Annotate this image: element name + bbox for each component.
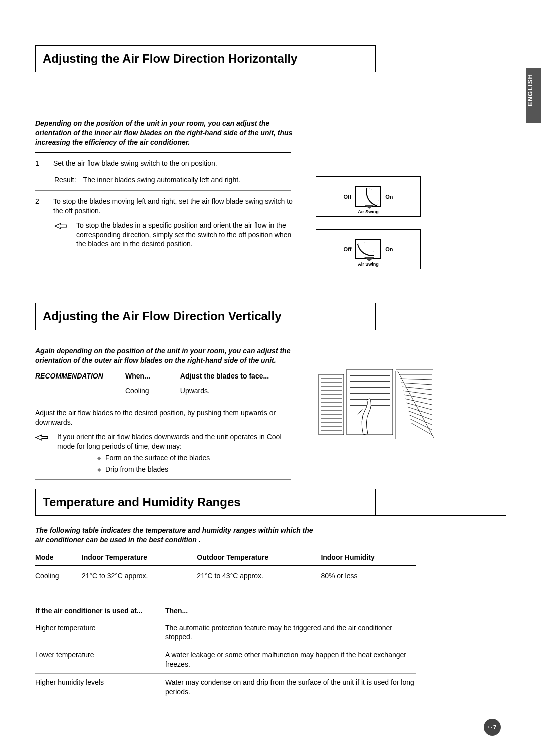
note-text: If you orient the air flow blades downwa… xyxy=(57,432,301,474)
td-indoor-humidity: 80% or less xyxy=(321,565,416,589)
svg-line-26 xyxy=(400,379,432,380)
intro-vertical: Again depending on the position of the u… xyxy=(35,346,301,365)
svg-line-30 xyxy=(404,395,432,400)
switch-off-label: Off xyxy=(343,193,351,201)
diamond-bullet-icon: ◆ xyxy=(97,455,101,463)
switch-on-label: On xyxy=(385,246,393,253)
diamond-bullet-icon: ◆ xyxy=(97,466,101,474)
divider xyxy=(35,515,506,516)
language-tab: ENGLISH xyxy=(526,68,541,123)
rec-adjust: Upwards. xyxy=(180,383,299,399)
divider xyxy=(35,72,506,72)
th-outdoor-temp: Outdoor Temperature xyxy=(197,550,321,565)
title-vertical: Adjusting the Air Flow Direction Vertica… xyxy=(35,303,376,330)
svg-line-28 xyxy=(402,387,432,390)
th-when: When... xyxy=(125,371,180,383)
cond-cell: The automatic protection feature may be … xyxy=(165,619,416,646)
note-text: To stop the blades in a specific positio… xyxy=(76,221,301,249)
cond-cell: Lower temperature xyxy=(35,646,165,674)
page-num: 7 xyxy=(493,724,496,731)
section-heading-horizontal: Adjusting the Air Flow Direction Horizon… xyxy=(35,45,506,72)
page-number-badge: E-7 xyxy=(484,719,501,736)
svg-line-31 xyxy=(405,399,432,405)
td-indoor-temp: 21°C to 32°C approx. xyxy=(82,565,197,589)
switch-on-label: On xyxy=(385,193,393,201)
intro-temp: The following table indicates the temper… xyxy=(35,526,316,545)
note-arrow-icon xyxy=(54,222,67,229)
th-mode: Mode xyxy=(35,550,82,565)
cond-cell: Higher temperature xyxy=(35,619,165,646)
divider xyxy=(35,152,291,153)
svg-line-27 xyxy=(401,383,432,385)
cond-cell: Water may condense on and drip from the … xyxy=(165,674,416,701)
step-text: Set the air flow blade swing switch to t… xyxy=(53,159,301,168)
td-mode: Cooling xyxy=(35,565,82,589)
air-swing-diagram-off: Off On Air Swing xyxy=(316,229,421,269)
rec-when: Cooling xyxy=(125,383,180,399)
section-heading-vertical: Adjusting the Air Flow Direction Vertica… xyxy=(35,303,506,330)
step-number: 2 xyxy=(35,197,42,216)
air-swing-label: Air Swing xyxy=(358,209,379,215)
td-outdoor-temp: 21°C to 43°C approx. xyxy=(197,565,321,589)
svg-line-35 xyxy=(409,415,432,425)
air-swing-diagram-on: Off On Air Swing xyxy=(316,176,421,217)
switch-off-label: Off xyxy=(343,246,351,253)
result-label: Result: xyxy=(54,175,76,185)
divider xyxy=(35,190,291,191)
step-number: 1 xyxy=(35,159,42,168)
th-then: Then... xyxy=(165,603,416,619)
blade-adjust-diagram xyxy=(316,364,436,445)
title-horizontal: Adjusting the Air Flow Direction Horizon… xyxy=(35,45,376,72)
cond-cell: Higher humidity levels xyxy=(35,674,165,701)
title-temp: Temperature and Humidity Ranges xyxy=(35,489,376,516)
cond-cell: A water leakage or some other malfunctio… xyxy=(165,646,416,674)
adjust-text: Adjust the air flow blades to the desire… xyxy=(35,408,301,427)
switch-icon xyxy=(355,239,381,259)
air-swing-label: Air Swing xyxy=(358,261,379,267)
divider xyxy=(35,479,291,480)
divider xyxy=(35,401,291,401)
switch-icon xyxy=(355,186,381,207)
th-condition: If the air conditioner is used at... xyxy=(35,603,165,619)
recommendation-label: RECOMMENDATION xyxy=(35,371,115,399)
th-indoor-humidity: Indoor Humidity xyxy=(321,550,416,565)
result-text: The inner blades swing automatically lef… xyxy=(83,175,240,185)
th-adjust: Adjust the blades to face... xyxy=(180,371,299,383)
sub-bullet: Drip from the blades xyxy=(105,465,168,474)
step-text: To stop the blades moving left and right… xyxy=(53,197,301,216)
divider xyxy=(35,598,416,598)
svg-rect-0 xyxy=(319,374,344,435)
section-heading-temp: Temperature and Humidity Ranges xyxy=(35,489,506,516)
page-prefix: E- xyxy=(488,725,492,730)
svg-line-33 xyxy=(407,407,432,415)
divider xyxy=(35,330,506,330)
sub-bullet: Form on the surface of the blades xyxy=(105,453,210,463)
note-arrow-icon xyxy=(35,434,48,441)
intro-horizontal: Depending on the position of the unit in… xyxy=(35,119,301,147)
th-indoor-temp: Indoor Temperature xyxy=(82,550,197,565)
svg-line-29 xyxy=(403,391,432,395)
